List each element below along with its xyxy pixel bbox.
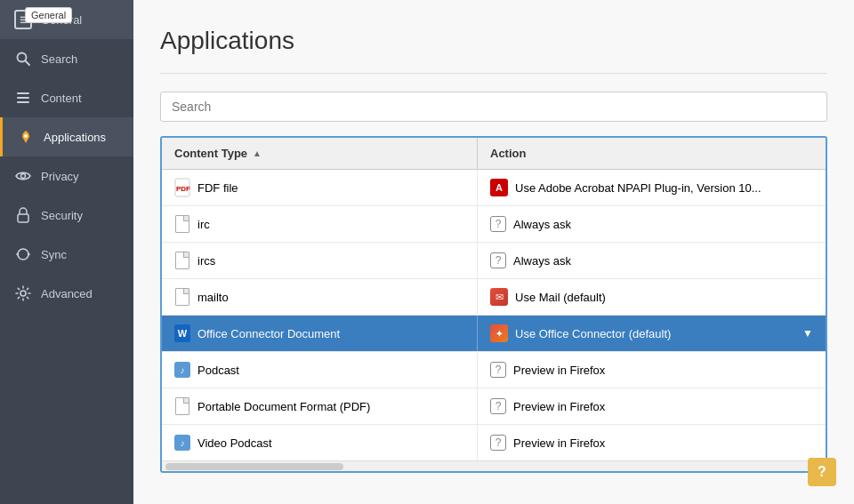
mail-icon: ✉ — [490, 288, 508, 306]
sidebar-label-content: Content — [41, 92, 82, 105]
cell-action: ? Preview in Firefox — [478, 390, 826, 422]
cell-content-type: irc — [162, 206, 478, 242]
rocket-icon — [17, 128, 35, 146]
podcast-icon: ♪ — [174, 433, 190, 452]
cell-content-type: W Office Connector Document — [162, 316, 478, 351]
sidebar: ☰ General General Search Content — [0, 0, 133, 504]
svg-marker-8 — [28, 252, 30, 257]
svg-rect-2 — [17, 92, 29, 94]
main-content: Applications Content Type ▲ Action PDF F… — [133, 0, 854, 504]
search-icon — [14, 50, 32, 68]
sidebar-item-general[interactable]: ☰ General General — [0, 0, 133, 39]
cell-content-type: ♪ Video Podcast — [162, 425, 478, 460]
cell-action: ? Preview in Firefox — [478, 354, 826, 386]
table-row[interactable]: ♪ Podcast ? Preview in Firefox — [162, 352, 826, 388]
table-body: PDF FDF file A Use Adobe Acrobat NPAPI P… — [162, 170, 826, 460]
podcast-icon: ♪ — [174, 360, 190, 380]
generic-file-icon — [174, 396, 190, 416]
question-icon: ? — [490, 398, 506, 414]
question-icon: ? — [490, 252, 506, 268]
svg-point-5 — [24, 134, 28, 138]
cell-action: ? Always ask — [478, 208, 826, 240]
sidebar-item-advanced[interactable]: Advanced — [0, 274, 133, 313]
pdf-icon: PDF — [174, 178, 190, 197]
office-action-icon: ✦ — [490, 324, 508, 342]
search-input[interactable] — [160, 92, 827, 122]
sidebar-label-security: Security — [41, 209, 83, 222]
office-icon: W — [174, 324, 190, 343]
cell-action: ✉ Use Mail (default) — [478, 280, 826, 314]
column-header-content-type[interactable]: Content Type ▲ — [162, 138, 478, 169]
cell-action: A Use Adobe Acrobat NPAPI Plug-in, Versi… — [478, 171, 826, 204]
help-button[interactable]: ? — [808, 458, 836, 486]
lock-icon — [14, 206, 32, 224]
cell-content-type: ♪ Podcast — [162, 352, 478, 388]
svg-marker-9 — [16, 252, 19, 257]
column-header-action: Action — [478, 138, 826, 169]
svg-rect-3 — [17, 97, 29, 99]
svg-rect-7 — [18, 214, 28, 222]
table-header: Content Type ▲ Action — [162, 138, 826, 170]
eye-icon — [14, 167, 32, 185]
table-row[interactable]: mailto ✉ Use Mail (default) — [162, 279, 826, 316]
cell-action: ? Preview in Firefox — [478, 427, 826, 459]
gear-icon — [14, 284, 32, 302]
divider — [160, 73, 827, 74]
sync-icon — [14, 245, 32, 263]
cell-content-type: ircs — [162, 243, 478, 278]
table-row[interactable]: Portable Document Format (PDF) ? Preview… — [162, 388, 826, 425]
sidebar-label-sync: Sync — [41, 248, 67, 261]
sidebar-item-sync[interactable]: Sync — [0, 235, 133, 274]
svg-text:PDF: PDF — [176, 185, 190, 193]
cell-content-type: PDF FDF file — [162, 170, 478, 205]
table-row[interactable]: PDF FDF file A Use Adobe Acrobat NPAPI P… — [162, 170, 826, 206]
sidebar-label-applications: Applications — [44, 131, 106, 144]
scrollbar-thumb[interactable] — [165, 463, 343, 470]
generic-file-icon — [174, 251, 190, 270]
cell-content-type: Portable Document Format (PDF) — [162, 388, 478, 424]
question-icon: ? — [490, 216, 506, 232]
svg-line-1 — [26, 61, 30, 66]
question-icon: ? — [490, 362, 506, 378]
sidebar-item-privacy[interactable]: Privacy — [0, 156, 133, 196]
question-icon: ? — [490, 435, 506, 451]
acrobat-icon: A — [490, 179, 508, 196]
generic-file-icon — [174, 287, 190, 307]
applications-table: Content Type ▲ Action PDF FDF file A Use — [160, 136, 827, 473]
svg-point-6 — [21, 174, 26, 179]
sort-arrow-icon: ▲ — [253, 148, 262, 158]
page-title: Applications — [160, 27, 827, 55]
dropdown-arrow-icon[interactable]: ▼ — [802, 327, 813, 340]
cell-action: ✦ Use Office Connector (default) ▼ — [478, 316, 826, 350]
sidebar-item-content[interactable]: Content — [0, 78, 133, 117]
horizontal-scrollbar[interactable] — [162, 460, 826, 471]
sidebar-item-search[interactable]: Search — [0, 39, 133, 78]
sidebar-label-advanced: Advanced — [41, 287, 93, 300]
sidebar-label-search: Search — [41, 52, 77, 66]
table-row[interactable]: ♪ Video Podcast ? Preview in Firefox — [162, 425, 826, 460]
sidebar-label-privacy: Privacy — [41, 170, 79, 183]
table-row-selected[interactable]: W Office Connector Document ✦ Use Office… — [162, 316, 826, 352]
svg-point-10 — [20, 291, 26, 296]
table-row[interactable]: ircs ? Always ask — [162, 243, 826, 279]
list-icon — [14, 89, 32, 107]
general-tooltip: General — [25, 7, 72, 23]
sidebar-item-applications[interactable]: Applications — [0, 117, 133, 156]
svg-rect-4 — [17, 101, 29, 103]
cell-content-type: mailto — [162, 279, 478, 315]
cell-action: ? Always ask — [478, 244, 826, 276]
generic-file-icon — [174, 214, 190, 234]
sidebar-item-security[interactable]: Security — [0, 196, 133, 235]
table-row[interactable]: irc ? Always ask — [162, 206, 826, 243]
